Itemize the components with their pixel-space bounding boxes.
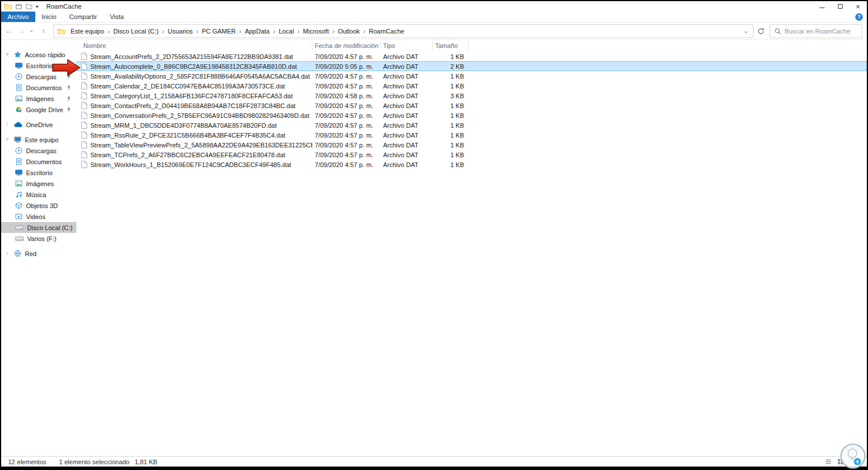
back-button[interactable]: ←: [1, 27, 16, 35]
file-row[interactable]: Stream_RssRule_2_DFCE321C5B666B4BA3BF4CE…: [76, 130, 867, 140]
forward-button[interactable]: →: [16, 27, 28, 35]
minimize-button[interactable]: [813, 1, 831, 12]
file-row[interactable]: Stream_AccountPrefs_2_2D755653A215594FA8…: [76, 51, 867, 61]
maximize-button[interactable]: [831, 1, 849, 12]
details-view-icon[interactable]: [825, 458, 832, 465]
file-row[interactable]: Stream_AvailabilityOptions_2_585F2C81F88…: [76, 71, 867, 81]
history-chevron[interactable]: ›: [28, 28, 36, 34]
breadcrumb-item-local[interactable]: Local: [276, 28, 297, 35]
column-header-fecha-de-modificacion[interactable]: Fecha de modificación: [312, 41, 381, 50]
tab-inicio[interactable]: Inicio: [35, 12, 63, 22]
address-bar[interactable]: Este equipo›Disco Local (C:)›Usuarios›PC…: [53, 24, 753, 38]
file-modified: 7/09/2020 4:57 p. m.: [312, 112, 381, 119]
breadcrumb-item-appdata[interactable]: AppData: [242, 28, 273, 35]
file-row[interactable]: Stream_CategoryList_1_2158A6FB136FC24787…: [76, 91, 867, 101]
expand-chevron-icon[interactable]: ˅: [4, 137, 10, 142]
file-type: Archivo DAT: [381, 142, 433, 149]
file-size: 1 KB: [433, 151, 469, 158]
file-row[interactable]: Stream_ContactPrefs_2_D04419BE68A8B94AB7…: [76, 101, 867, 110]
sidebar-item-disco-local-c[interactable]: Disco Local (C:): [1, 222, 76, 233]
qat-customize-chevron[interactable]: ▾: [35, 4, 39, 9]
file-row[interactable]: Stream_Autocomplete_0_B86C9BC2A9E1984583…: [76, 61, 867, 71]
sidebar: ˅Acceso rápidoEscritorioDescargasDocumen…: [1, 40, 76, 456]
tab-compartir[interactable]: Compartir: [62, 12, 103, 22]
desktop-icon: [15, 169, 23, 176]
file-modified: 7/09/2020 4:57 p. m.: [312, 132, 381, 139]
help-button[interactable]: ?: [855, 13, 863, 21]
sidebar-item-label: Videos: [26, 213, 45, 220]
sidebar-item-musica[interactable]: Música: [1, 189, 76, 200]
file-name-cell: Stream_AccountPrefs_2_2D755653A215594FA8…: [81, 53, 312, 60]
sidebar-item-varios-f[interactable]: Varios (F:): [1, 233, 76, 244]
search-box[interactable]: [770, 24, 862, 38]
window-title: RoamCache: [46, 3, 82, 10]
tab-archivo[interactable]: Archivo: [1, 12, 35, 22]
file-name-cell: Stream_TableViewPreviewPrefs_2_5A5898AA2…: [81, 141, 312, 149]
file-name-cell: Stream_ConversationPrefs_2_57B5EFC96A91C…: [81, 112, 312, 119]
new-folder-icon[interactable]: [25, 3, 32, 9]
breadcrumb-item-usuarios[interactable]: Usuarios: [165, 28, 196, 35]
sidebar-item-este-equipo[interactable]: ˅Este equipo: [1, 134, 76, 145]
file-icon: [81, 53, 87, 60]
properties-icon[interactable]: [16, 3, 22, 10]
file-row[interactable]: Stream_Calendar_2_DE184CC0947EBA4C85199A…: [76, 81, 867, 91]
file-size: 3 KB: [433, 92, 469, 99]
expand-chevron-icon[interactable]: ›: [4, 122, 10, 127]
file-type: Archivo DAT: [381, 53, 433, 60]
column-header-tamano[interactable]: Tamaño: [433, 41, 469, 50]
file-name: Stream_AvailabilityOptions_2_585F2C81F88…: [90, 73, 310, 80]
file-row[interactable]: Stream_ConversationPrefs_2_57B5EFC96A91C…: [76, 110, 867, 120]
breadcrumb-item-este-equipo[interactable]: Este equipo: [68, 28, 107, 35]
tab-vista[interactable]: Vista: [104, 12, 130, 22]
sidebar-item-descargas[interactable]: Descargas: [1, 145, 76, 156]
pin-icon: [67, 85, 71, 91]
search-input[interactable]: [785, 28, 858, 35]
file-row[interactable]: Stream_MRM_1_DBC5DDE4D3F0774B8AA70AE8574…: [76, 120, 867, 130]
videos-icon: [15, 213, 23, 220]
sidebar-item-imagenes[interactable]: Imágenes: [1, 178, 76, 189]
sidebar-item-imagenes[interactable]: Imágenes: [1, 93, 76, 104]
file-row[interactable]: Stream_WorkHours_1_B152069E0E7F124C9CADB…: [76, 160, 867, 169]
file-rows: Stream_AccountPrefs_2_2D755653A215594FA8…: [76, 51, 867, 169]
file-type: Archivo DAT: [381, 83, 433, 90]
pin-icon: [67, 96, 71, 102]
refresh-button[interactable]: [753, 28, 768, 35]
file-icon: [81, 62, 87, 70]
file-row[interactable]: Stream_TableViewPreviewPrefs_2_5A5898AA2…: [76, 140, 867, 150]
file-modified: 7/09/2020 4:57 p. m.: [312, 83, 381, 90]
sidebar-item-label: Google Drive: [26, 106, 63, 113]
file-size: 1 KB: [433, 53, 469, 60]
column-header-nombre[interactable]: Nombre: [81, 41, 312, 50]
file-type: Archivo DAT: [381, 63, 433, 70]
breadcrumb-item-outlook[interactable]: Outlook: [335, 28, 363, 35]
drive-icon: [15, 236, 24, 242]
close-button[interactable]: ×: [849, 1, 867, 12]
column-header-tipo[interactable]: Tipo: [381, 41, 433, 50]
breadcrumb-item-roamcache[interactable]: RoamCache: [366, 28, 407, 35]
solvetic-watermark: [840, 443, 866, 469]
sidebar-item-documentos[interactable]: Documentos: [1, 156, 76, 167]
up-button[interactable]: ↑: [36, 27, 51, 35]
sidebar-item-documentos[interactable]: Documentos: [1, 82, 76, 93]
file-icon: [81, 72, 87, 80]
sidebar-item-escritorio[interactable]: Escritorio: [1, 167, 76, 178]
file-modified: 7/09/2020 4:57 p. m.: [312, 161, 381, 168]
file-name: Stream_TableViewPreviewPrefs_2_5A5898AA2…: [90, 142, 312, 149]
breadcrumb-item-disco-local-c[interactable]: Disco Local (C:): [111, 28, 161, 35]
sidebar-item-objetos-3d[interactable]: Objetos 3D: [1, 200, 76, 211]
address-dropdown-chevron[interactable]: ›: [740, 26, 753, 36]
status-bar: 12 elementos 1 elemento seleccionado 1,8…: [1, 456, 867, 467]
file-row[interactable]: Stream_TCPrefs_2_A6F27BBC6C2EBC4A9EEFEAC…: [76, 150, 867, 160]
sidebar-item-google-drive[interactable]: Google Drive: [1, 104, 76, 115]
sidebar-item-onedrive[interactable]: ›OneDrive: [1, 119, 76, 130]
breadcrumb-item-microsoft[interactable]: Microsoft: [300, 28, 332, 35]
file-modified: 7/09/2020 4:57 p. m.: [312, 73, 381, 80]
sidebar-item-red[interactable]: ›Red: [1, 248, 76, 259]
desktop-icon: [15, 62, 23, 69]
sidebar-item-videos[interactable]: Videos: [1, 211, 76, 222]
file-name-cell: Stream_Autocomplete_0_B86C9BC2A9E1984583…: [81, 62, 312, 70]
expand-chevron-icon[interactable]: ˅: [4, 52, 10, 57]
file-size: 1 KB: [433, 112, 469, 119]
expand-chevron-icon[interactable]: ›: [4, 251, 10, 256]
breadcrumb-item-pc-gamer[interactable]: PC GAMER: [199, 28, 239, 35]
